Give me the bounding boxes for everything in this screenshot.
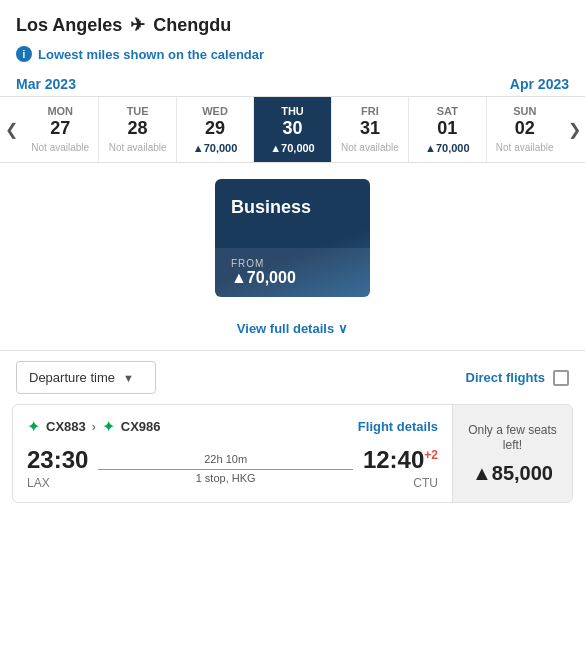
day-name: SUN [489, 105, 561, 117]
day-num: 29 [179, 117, 251, 140]
month-right[interactable]: Apr 2023 [510, 76, 569, 92]
day-cells: MON27Not availableTUE28Not availableWED2… [22, 97, 563, 162]
arrive-airport: CTU [363, 476, 438, 490]
destination-label: Chengdu [153, 15, 231, 36]
origin-label: Los Angeles [16, 15, 122, 36]
flight-main: ✦ CX883 › ✦ CX986 Flight details 23:30 L… [13, 405, 572, 502]
flight-price: ▲85,000 [472, 462, 553, 485]
filter-row: Departure time ▼ Direct flights [0, 350, 585, 404]
flight-numbers-row: ✦ CX883 › ✦ CX986 Flight details [27, 417, 438, 436]
price-panel: Only a few seats left! ▲85,000 [452, 405, 572, 502]
flight-card: ✦ CX883 › ✦ CX986 Flight details 23:30 L… [12, 404, 573, 503]
calendar-row: ❮ MON27Not availableTUE28Not availableWE… [0, 97, 585, 162]
departure-time-dropdown[interactable]: Departure time ▼ [16, 361, 156, 394]
day-num: 30 [256, 117, 328, 140]
arrive-day-offset: +2 [424, 448, 438, 462]
day-cell-wed[interactable]: WED29▲70,000 [176, 97, 253, 162]
depart-airport: LAX [27, 476, 88, 490]
route-label: Los Angeles ✈ Chengdu [16, 14, 231, 36]
flight-num-1: CX883 [46, 419, 86, 434]
calendar-section: ❮ MON27Not availableTUE28Not availableWE… [0, 96, 585, 163]
depart-block: 23:30 LAX [27, 446, 88, 490]
day-name: THU [256, 105, 328, 117]
day-name: WED [179, 105, 251, 117]
stop-text: 1 stop, HKG [196, 472, 256, 484]
day-name: SAT [411, 105, 483, 117]
prev-arrow-button[interactable]: ❮ [0, 97, 22, 162]
page-header: Los Angeles ✈ Chengdu [0, 0, 585, 42]
view-details-text: View full details [237, 321, 334, 336]
view-details-link[interactable]: View full details ∨ [237, 321, 348, 336]
day-cell-fri[interactable]: FRI31Not available [331, 97, 408, 162]
flight-details-link[interactable]: Flight details [358, 419, 438, 434]
flight-duration-line: 22h 10m 1 stop, HKG [98, 453, 353, 484]
day-num: 31 [334, 117, 406, 140]
day-num: 27 [24, 117, 96, 140]
info-banner: i Lowest miles shown on the calendar [0, 42, 585, 72]
cx-logo-2: ✦ [102, 417, 115, 436]
next-arrow-button[interactable]: ❯ [563, 97, 585, 162]
day-miles: ▲70,000 [179, 142, 251, 154]
day-miles: Not available [489, 142, 561, 153]
seats-left-text: Only a few seats left! [463, 423, 562, 454]
direct-flights-filter[interactable]: Direct flights [466, 370, 569, 386]
view-details-row: View full details ∨ [0, 313, 585, 350]
month-left[interactable]: Mar 2023 [16, 76, 76, 92]
info-banner-text: Lowest miles shown on the calendar [38, 47, 264, 62]
depart-time: 23:30 [27, 446, 88, 474]
fare-section: Business FROM ▲70,000 [0, 163, 585, 313]
day-miles: ▲70,000 [256, 142, 328, 154]
fare-card-title: Business [231, 197, 354, 218]
day-num: 28 [101, 117, 173, 140]
fare-price: ▲70,000 [231, 269, 354, 287]
cx-logo-1: ✦ [27, 417, 40, 436]
flight-num-2: CX986 [121, 419, 161, 434]
day-cell-sat[interactable]: SAT01▲70,000 [408, 97, 485, 162]
day-num: 02 [489, 117, 561, 140]
day-miles: Not available [24, 142, 96, 153]
view-details-chevron: ∨ [338, 321, 348, 336]
arrive-block: 12:40+2 CTU [363, 446, 438, 490]
flight-times-row: 23:30 LAX 22h 10m 1 stop, HKG 12:40+2 CT… [27, 446, 438, 490]
direct-flights-text: Direct flights [466, 370, 545, 385]
fare-card: Business FROM ▲70,000 [215, 179, 370, 297]
fare-from-label: FROM [231, 258, 354, 269]
month-navigation: Mar 2023 Apr 2023 [0, 72, 585, 96]
info-icon: i [16, 46, 32, 62]
fare-card-top: Business [215, 179, 370, 248]
flight-connector-arrow: › [92, 420, 96, 434]
day-miles: Not available [101, 142, 173, 153]
day-cell-tue[interactable]: TUE28Not available [98, 97, 175, 162]
arrive-time: 12:40+2 [363, 446, 438, 474]
flight-info: ✦ CX883 › ✦ CX986 Flight details 23:30 L… [13, 405, 452, 502]
departure-time-label: Departure time [29, 370, 115, 385]
day-cell-mon[interactable]: MON27Not available [22, 97, 98, 162]
direct-flights-checkbox[interactable] [553, 370, 569, 386]
day-miles: Not available [334, 142, 406, 153]
day-cell-sun[interactable]: SUN02Not available [486, 97, 563, 162]
plane-icon: ✈ [130, 14, 145, 36]
day-cell-thu[interactable]: THU30▲70,000 [253, 97, 330, 162]
arrive-time-value: 12:40 [363, 446, 424, 473]
route-line [98, 469, 353, 470]
day-name: MON [24, 105, 96, 117]
duration-text: 22h 10m [204, 453, 247, 465]
day-name: FRI [334, 105, 406, 117]
fare-card-bottom: FROM ▲70,000 [215, 248, 370, 297]
day-miles: ▲70,000 [411, 142, 483, 154]
dropdown-chevron-icon: ▼ [123, 372, 134, 384]
day-name: TUE [101, 105, 173, 117]
day-num: 01 [411, 117, 483, 140]
